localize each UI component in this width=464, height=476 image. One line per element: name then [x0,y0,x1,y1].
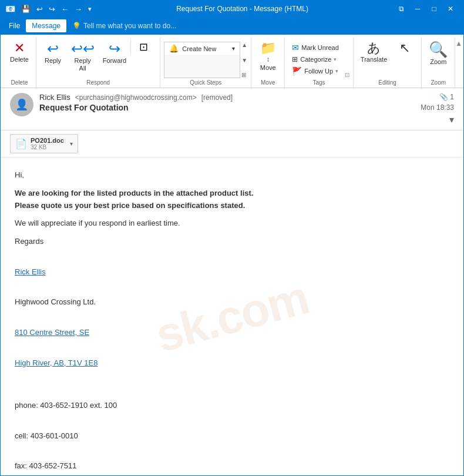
title-bar-forward[interactable]: → [75,5,82,14]
ribbon-content: ✕ Delete Delete ↩ Reply ↩↩ Reply All [1,35,463,88]
email-header: 👤 Rick Ellis <purchasing@highwoodcrossin… [1,88,463,130]
mark-unread-icon: ✉ [292,43,299,52]
menu-bar: File Message 💡 Tell me what you want to … [1,17,463,35]
menu-message[interactable]: Message [26,19,66,32]
sig-address1-link[interactable]: 810 Centre Street, SE [15,328,89,337]
follow-up-label: Follow Up [304,68,333,75]
sig-name-link[interactable]: Rick Ellis [15,267,46,276]
sender-avatar: 👤 [10,93,33,116]
quicksteps-expand[interactable]: ⊞ [241,72,247,78]
create-new-label: Create New [182,45,216,52]
categorize-button[interactable]: ⊞ Categorize ▾ [288,54,342,65]
editing-group-items: あ Translate ↖ [357,37,418,78]
follow-up-dropdown[interactable]: ▾ [335,68,338,74]
delete-icon: ✕ [14,42,25,55]
move-group-items: 📁 ↕ Move [255,37,281,78]
close-button[interactable]: ✕ [442,1,459,17]
delete-group-label: Delete [6,78,32,88]
select-button[interactable]: ↖ [392,39,418,57]
attachment-info: 📎 1 [439,93,454,101]
more-respond-button[interactable]: ⊡ [130,39,156,55]
minimize-button[interactable]: ─ [409,1,426,17]
sig-address2: High River, AB, T1V 1E8 [15,357,449,370]
title-bar-left: 📧 💾 ↩ ↪ ← → ▾ [5,4,92,14]
title-bar-undo[interactable]: ↩ [36,5,43,14]
attachment-area: 📄 PO201.doc 32 KB ▾ [1,130,463,157]
sig-company: Highwood Crossing Ltd. [15,296,449,309]
categorize-label: Categorize [300,56,331,63]
categorize-dropdown[interactable]: ▾ [334,56,337,62]
quicksteps-group-label: Quick Steps [164,78,247,88]
ribbon-group-respond: ↩ Reply ↩↩ Reply All ↪ Forward ⊡ R [36,37,160,88]
attachment-count: 1 [450,93,454,101]
menu-file[interactable]: File [3,19,26,32]
reply-button[interactable]: ↩ Reply [40,39,66,67]
title-bar-redo[interactable]: ↪ [49,5,55,14]
ribbon-group-quicksteps: 🔔 Create New ▾ ▲ ▼ ⊞ Quick Steps [160,37,251,88]
reply-label: Reply [45,57,61,65]
attach-dropdown[interactable]: ▾ [70,140,73,147]
mark-unread-label: Mark Unread [301,44,339,51]
forward-label: Forward [103,57,126,65]
body-para2: We will appreciate if you respond in ear… [15,217,449,230]
attachment-item[interactable]: 📄 PO201.doc 32 KB ▾ [10,134,78,153]
outlook-icon: 📧 [5,4,15,14]
email-area: 👤 Rick Ellis <purchasing@highwoodcrossin… [1,88,463,475]
sig-fax: fax: 403-652-7511 [15,460,449,472]
sender-name: Rick Ellis [39,93,70,102]
tell-me-text: Tell me what you want to do... [83,22,176,30]
title-bar: 📧 💾 ↩ ↪ ← → ▾ Request For Quotation - Me… [1,1,463,17]
sig-name: Rick Ellis [15,266,449,279]
paperclip-icon: 📎 [439,93,448,101]
zoom-label: Zoom [430,58,446,66]
move-icon: 📁 [260,42,276,55]
ribbon-group-move: 📁 ↕ Move Move [251,37,285,88]
mark-unread-button[interactable]: ✉ Mark Unread [288,42,342,53]
respond-group-items: ↩ Reply ↩↩ Reply All ↪ Forward ⊡ [40,37,156,78]
sig-address2-link[interactable]: High River, AB, T1V 1E8 [15,358,97,367]
create-new-icon: 🔔 [169,44,179,53]
move-label: Move [260,64,276,72]
quicksteps-up[interactable]: ▲ [241,42,247,48]
zoom-group-label: Zoom [425,78,451,88]
attach-info: PO201.doc 32 KB [31,137,64,150]
delete-button[interactable]: ✕ Delete [6,39,32,66]
move-button[interactable]: 📁 ↕ Move [255,39,281,74]
title-bar-back[interactable]: ← [61,5,69,14]
editing-group-label: Editing [357,78,418,88]
ribbon-collapse[interactable]: ▲ [455,37,462,88]
translate-button[interactable]: あ Translate [357,39,391,66]
quicksteps-down[interactable]: ▼ [241,57,247,63]
avatar-icon: 👤 [15,98,28,111]
tags-expand[interactable]: ⊡ [345,72,349,78]
create-new-dropdown[interactable]: ▾ [232,45,235,52]
reply-all-button[interactable]: ↩↩ Reply All [67,39,98,75]
zoom-button[interactable]: 🔍 Zoom [425,39,451,68]
translate-label: Translate [361,56,387,63]
maximize-button[interactable]: □ [426,1,442,17]
restore-button[interactable]: ⧉ [393,1,409,17]
ribbon-group-editing: あ Translate ↖ Editing [354,37,422,88]
ribbon-group-zoom: 🔍 Zoom Zoom [422,37,455,88]
title-bar-save[interactable]: 💾 [21,5,31,14]
email-body: sk.com Hi, We are looking for the listed… [1,157,463,475]
body-para1: We are looking for the listed products i… [15,187,449,212]
ribbon-group-delete: ✕ Delete Delete [3,37,36,88]
window-controls: ⧉ ─ □ ✕ [393,1,459,17]
window-title: Request For Quotation - Message (HTML) [92,5,393,13]
reply-all-label: Reply All [70,57,95,72]
removed-tag: [removed] [201,93,233,102]
respond-group-label: Respond [40,78,156,88]
create-new-button[interactable]: 🔔 Create New ▾ [164,42,240,55]
tell-me-box[interactable]: 💡 Tell me what you want to do... [66,19,182,32]
email-header-right: 📎 1 Mon 18:33 ▾ [421,93,454,125]
email-expand-button[interactable]: ▾ [449,114,454,125]
follow-up-button[interactable]: 🚩 Follow Up ▾ [288,65,342,77]
select-icon: ↖ [399,42,410,55]
ribbon: ✕ Delete Delete ↩ Reply ↩↩ Reply All [1,35,463,88]
forward-icon: ↪ [109,42,120,56]
quicksteps-group-items: 🔔 Create New ▾ ▲ ▼ ⊞ [164,37,247,78]
reply-all-icon: ↩↩ [71,42,95,56]
forward-button[interactable]: ↪ Forward [99,39,129,67]
quicksteps-nav: ▲ ▼ ⊞ [241,42,247,78]
